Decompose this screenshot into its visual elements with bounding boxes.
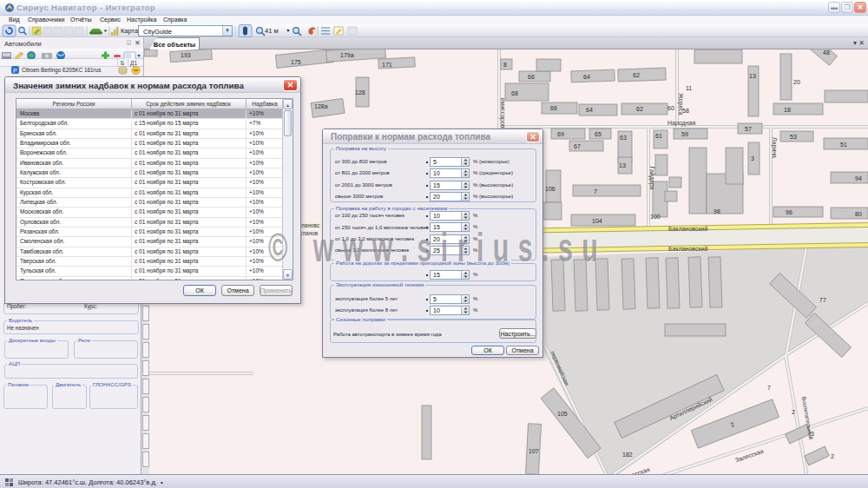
svg-text:омиссарова: омиссарова bbox=[499, 98, 506, 132]
svg-text:128: 128 bbox=[355, 89, 365, 96]
svg-text:64: 64 bbox=[586, 107, 593, 113]
svg-text:80: 80 bbox=[855, 211, 862, 217]
svg-text:2: 2 bbox=[831, 453, 834, 459]
svg-text:Баклановский: Баклановский bbox=[668, 226, 707, 232]
svg-text:20: 20 bbox=[793, 79, 800, 85]
svg-text:66: 66 bbox=[528, 74, 535, 80]
svg-text:98: 98 bbox=[713, 208, 720, 214]
svg-text:59: 59 bbox=[681, 131, 688, 137]
svg-text:11: 11 bbox=[686, 85, 692, 91]
svg-text:2: 2 bbox=[792, 409, 795, 415]
svg-text:64: 64 bbox=[583, 74, 590, 80]
svg-text:Ларина: Ларина bbox=[771, 137, 778, 158]
svg-text:65: 65 bbox=[595, 131, 602, 137]
svg-text:67: 67 bbox=[574, 143, 581, 149]
svg-text:53: 53 bbox=[790, 134, 797, 140]
svg-text:Народная: Народная bbox=[667, 120, 695, 127]
svg-text:77: 77 bbox=[819, 297, 826, 303]
svg-text:63: 63 bbox=[620, 135, 627, 141]
svg-text:94: 94 bbox=[855, 175, 862, 181]
svg-text:62: 62 bbox=[633, 72, 640, 78]
svg-text:105: 105 bbox=[557, 411, 568, 417]
svg-text:106: 106 bbox=[545, 186, 556, 192]
svg-text:61: 61 bbox=[655, 133, 662, 139]
svg-text:96: 96 bbox=[786, 209, 792, 215]
svg-text:51: 51 bbox=[840, 142, 847, 148]
svg-text:171: 171 bbox=[382, 62, 392, 68]
svg-text:107: 107 bbox=[529, 448, 539, 454]
svg-text:Гайдара: Гайдара bbox=[648, 167, 655, 190]
svg-text:193: 193 bbox=[181, 52, 191, 58]
svg-text:175: 175 bbox=[291, 59, 301, 65]
svg-text:182: 182 bbox=[622, 452, 633, 458]
svg-text:P: P bbox=[13, 68, 17, 74]
svg-text:104: 104 bbox=[592, 218, 602, 224]
svg-text:13: 13 bbox=[749, 73, 756, 79]
svg-text:179а: 179а bbox=[340, 52, 354, 58]
svg-text:7: 7 bbox=[594, 188, 597, 195]
svg-text:62: 62 bbox=[636, 106, 643, 112]
svg-text:128а: 128а bbox=[314, 103, 328, 109]
svg-text:18: 18 bbox=[784, 107, 791, 113]
svg-text:3: 3 bbox=[751, 155, 754, 162]
svg-text:100: 100 bbox=[650, 214, 661, 220]
svg-text:57: 57 bbox=[745, 126, 752, 132]
svg-text:69: 69 bbox=[557, 131, 564, 137]
svg-text:60: 60 bbox=[667, 105, 674, 111]
svg-text:13: 13 bbox=[619, 162, 626, 168]
svg-text:7: 7 bbox=[767, 385, 771, 391]
svg-text:68: 68 bbox=[511, 90, 518, 96]
svg-text:66: 66 bbox=[550, 105, 557, 111]
svg-text:Баклановский: Баклановский bbox=[668, 246, 707, 252]
svg-text:Жореса: Жореса bbox=[677, 93, 684, 115]
svg-text:8: 8 bbox=[503, 62, 507, 68]
svg-text:48: 48 bbox=[823, 49, 830, 56]
